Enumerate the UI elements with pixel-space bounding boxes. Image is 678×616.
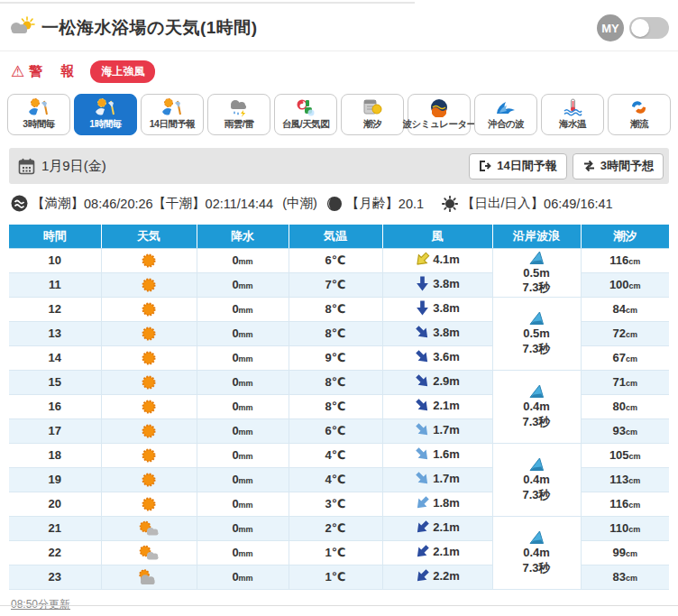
- precip-cell: 0mm: [197, 272, 289, 297]
- sun-icon: [140, 373, 158, 391]
- weather-cell: [101, 345, 197, 370]
- wind-cell: 3.8m: [382, 321, 492, 345]
- coastal-wave-cell: 0.5m7.3秒: [492, 248, 581, 297]
- wave-period: 7.3秒: [493, 415, 581, 429]
- tab-label: 波シミュレーター: [402, 118, 475, 131]
- tab-raincloud-lightning[interactable]: 雨雲/雷: [207, 94, 270, 135]
- wind-cell: 2.9m: [382, 370, 492, 394]
- wind-cell: 3.6m: [382, 345, 492, 370]
- sunrise-sunset-times: 06:49/16:41: [544, 197, 613, 211]
- sun-umbrella-icon: [160, 97, 185, 118]
- tab-14day[interactable]: 14日間予報: [141, 94, 204, 135]
- wave-period: 7.3秒: [493, 280, 581, 295]
- table-row: 150mm8℃2.9m0.4m7.3秒71cm: [9, 370, 669, 394]
- temp-cell: 8℃: [289, 297, 382, 321]
- precip-cell: 0mm: [197, 516, 289, 540]
- weather-cell: [101, 272, 197, 297]
- tide-type: (中潮): [282, 195, 317, 212]
- sea-thermometer-icon: [560, 97, 585, 118]
- tide-cell: 113cm: [581, 467, 669, 492]
- sunrise-sunset-label: 【日出/日入】: [462, 195, 544, 212]
- tab-label: 沖合の波: [488, 118, 524, 131]
- weather-cell: [101, 394, 197, 418]
- column-header-weather: 天気: [101, 225, 197, 248]
- wind-cell: 1.8m: [382, 492, 492, 516]
- high-tide-label: 【満潮】: [32, 195, 84, 212]
- partly-cloudy-icon: [9, 15, 36, 41]
- tidal-current-icon: [627, 97, 652, 118]
- table-row: 210mm2℃2.1m0.4m7.3秒110cm: [9, 516, 669, 540]
- wind-cell: 1.7m: [382, 418, 492, 443]
- tab-tidal-current[interactable]: 潮流: [608, 94, 671, 135]
- tab-label: 海水温: [559, 118, 586, 131]
- temp-cell: 4℃: [289, 467, 382, 492]
- sun-icon: [140, 325, 158, 343]
- sun-umbrella-icon: [93, 97, 118, 118]
- column-header-hour: 時間: [9, 225, 101, 248]
- tide-info-row: 【満潮】08:46/20:26【干潮】02:11/14:44 (中潮) 【月齢】…: [0, 184, 678, 221]
- alert-row: ⚠ 警 報 海上強風: [0, 59, 678, 90]
- tab-tide[interactable]: 潮汐: [341, 94, 404, 135]
- tab-3hourly[interactable]: 3時間毎: [7, 94, 70, 135]
- hour-cell: 13: [9, 321, 101, 345]
- tab-label: 潮流: [630, 118, 648, 131]
- sun-icon: [140, 252, 158, 270]
- temp-cell: 1℃: [289, 565, 382, 589]
- temp-cell: 8℃: [289, 370, 382, 394]
- 3hour-forecast-button[interactable]: 3時間予想: [573, 153, 664, 179]
- tide-cell: 99cm: [581, 540, 669, 565]
- temp-cell: 8℃: [289, 321, 382, 345]
- sun-icon: [140, 495, 158, 513]
- button-label: 14日間予報: [497, 158, 556, 174]
- tide-cell: 67cm: [581, 345, 669, 370]
- my-badge[interactable]: MY: [597, 14, 624, 41]
- current-date: 1月9日(金): [41, 158, 106, 175]
- weather-cell: [101, 443, 197, 467]
- weather-cell: [101, 418, 197, 443]
- wave-period: 7.3秒: [493, 342, 581, 356]
- temp-cell: 3℃: [289, 492, 382, 516]
- sun-icon: [140, 422, 158, 440]
- weather-cell: [101, 467, 197, 492]
- tab-typhoon-weathermap[interactable]: 台風/天気図: [274, 94, 337, 135]
- tab-sea-temperature[interactable]: 海水温: [541, 94, 604, 135]
- hour-cell: 23: [9, 565, 101, 589]
- tab-wave-simulator[interactable]: 波シミュレーター: [408, 94, 471, 135]
- 14day-forecast-button[interactable]: 14日間予報: [469, 153, 566, 179]
- wave-height: 0.4m: [493, 473, 581, 487]
- warning-triangle-icon: ⚠: [11, 64, 24, 79]
- column-header-temp: 気温: [289, 225, 382, 248]
- sea-gale-warning-badge[interactable]: 海上強風: [90, 60, 155, 83]
- hour-cell: 17: [9, 418, 101, 443]
- wave-direction-icon: [527, 383, 546, 400]
- wind-direction-arrow: [415, 276, 430, 291]
- tab-1hourly[interactable]: 1時間毎: [74, 94, 137, 135]
- sun-and-cloud-icon: [137, 544, 160, 562]
- tab-offshore-waves[interactable]: 沖合の波: [474, 94, 537, 135]
- table-row: 180mm4℃1.6m0.4m7.3秒105cm: [9, 443, 669, 467]
- precip-cell: 0mm: [197, 540, 289, 565]
- tide-cell: 80cm: [581, 394, 669, 418]
- wind-cell: 2.2m: [382, 565, 492, 589]
- temp-cell: 2℃: [289, 516, 382, 540]
- weather-cell: [101, 565, 197, 589]
- tide-cell: 84cm: [581, 297, 669, 321]
- my-toggle[interactable]: [629, 17, 669, 39]
- wind-direction-arrow: [412, 321, 434, 343]
- wave-simulator-icon: [428, 97, 450, 118]
- coastal-wave-cell: 0.4m7.3秒: [492, 516, 581, 589]
- wind-direction-arrow: [412, 345, 434, 367]
- hour-cell: 19: [9, 467, 101, 492]
- wind-cell: 3.8m: [382, 297, 492, 321]
- tab-label: 台風/天気図: [282, 118, 329, 131]
- weather-cell: [101, 297, 197, 321]
- table-row: 100mm6℃4.1m0.5m7.3秒116cm: [9, 248, 669, 272]
- temp-cell: 7℃: [289, 272, 382, 297]
- tide-wave-icon: [11, 195, 28, 212]
- wind-direction-arrow: [415, 300, 430, 316]
- wind-direction-arrow: [412, 492, 434, 513]
- updated-time-link[interactable]: 08:50分更新: [11, 597, 70, 612]
- precip-cell: 0mm: [197, 467, 289, 492]
- table-row: 120mm8℃3.8m0.5m7.3秒84cm: [9, 297, 669, 321]
- header-divider: [0, 51, 678, 51]
